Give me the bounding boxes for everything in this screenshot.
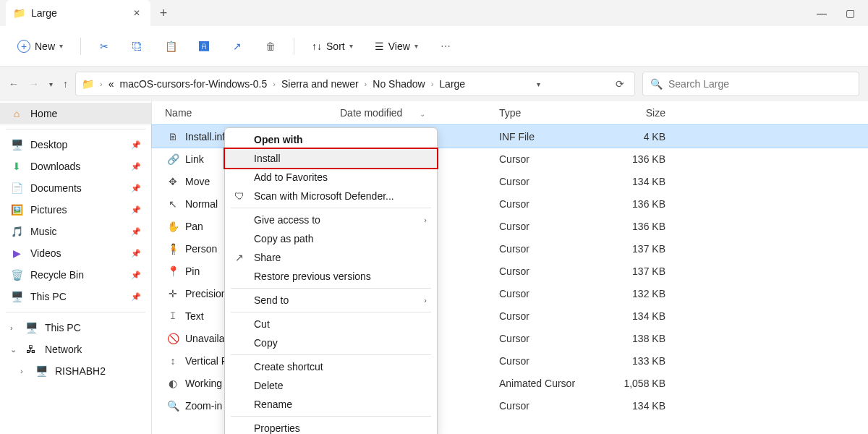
ctx-delete[interactable]: Delete (225, 376, 437, 395)
file-type: Cursor (499, 400, 615, 412)
new-button[interactable]: + New ▾ (10, 35, 70, 57)
ctx-defender-scan[interactable]: 🛡Scan with Microsoft Defender... (225, 187, 437, 205)
ctx-properties[interactable]: Properties (225, 419, 437, 434)
search-input[interactable]: 🔍 Search Large (642, 72, 859, 96)
copy-button[interactable]: ⿻ (124, 33, 150, 59)
delete-button[interactable]: 🗑 (258, 33, 284, 59)
network-icon: 🖧 (25, 344, 38, 355)
tree-thispc[interactable]: › 🖥️ This PC (0, 317, 151, 339)
folder-icon: 📁 (82, 78, 94, 90)
file-size: 4 KB (615, 131, 673, 142)
chevron-right-icon[interactable]: › (10, 323, 17, 332)
chevron-down-icon[interactable]: ⌄ (10, 345, 17, 354)
more-button[interactable]: ⋯ (433, 33, 459, 59)
up-button[interactable]: ↑ (63, 78, 68, 90)
toolbar: + New ▾ ✂ ⿻ 📋 🅰 ↗ 🗑 ↑↓ Sort ▾ ☰ View ▾ ⋯ (0, 26, 868, 67)
ctx-copy-path[interactable]: Copy as path (225, 229, 437, 248)
nav-quick-desktop[interactable]: 🖥️Desktop📌 (0, 134, 151, 156)
nav-quick-this-pc[interactable]: 🖥️This PC📌 (0, 286, 151, 307)
breadcrumb-overflow[interactable]: « (109, 78, 114, 90)
rename-button[interactable]: 🅰 (191, 33, 217, 59)
col-type[interactable]: Type (499, 107, 615, 119)
nav-home-label: Home (30, 108, 57, 119)
forward-button[interactable]: → (29, 78, 39, 90)
paste-button[interactable]: 📋 (158, 33, 184, 59)
home-icon: ⌂ (10, 108, 23, 119)
breadcrumb-part[interactable]: macOS-cursors-for-Windows-0.5 (119, 78, 267, 90)
chevron-down-icon: ▾ (349, 42, 353, 50)
nav-quick-videos[interactable]: ▶Videos📌 (0, 242, 151, 264)
ctx-rename[interactable]: Rename (225, 395, 437, 414)
ctx-install[interactable]: Install (225, 149, 437, 168)
ctx-give-access[interactable]: Give access to› (225, 210, 437, 229)
tab-title: Large (31, 7, 127, 19)
share-button[interactable]: ↗ (224, 33, 250, 59)
sort-label: Sort (326, 41, 345, 52)
breadcrumb[interactable]: 📁 › « macOS-cursors-for-Windows-0.5 › Si… (75, 72, 635, 96)
minimize-button[interactable]: — (817, 7, 827, 19)
separator (231, 312, 431, 312)
nav-quick-downloads[interactable]: ⬇Downloads📌 (0, 156, 151, 177)
pin-icon[interactable]: 📌 (131, 271, 141, 280)
nav-quick-pictures[interactable]: 🖼️Pictures📌 (0, 199, 151, 221)
col-name[interactable]: Name (152, 107, 340, 119)
pc-icon: 🖥️ (25, 322, 38, 333)
file-name: Precision (181, 288, 227, 299)
breadcrumb-part[interactable]: No Shadow (373, 78, 425, 90)
nav-home[interactable]: ⌂ Home (0, 103, 151, 124)
pin-icon[interactable]: 📌 (131, 292, 141, 302)
ctx-send-to[interactable]: Send to› (225, 291, 437, 310)
cut-button[interactable]: ✂ (91, 33, 117, 59)
nav-quick-documents[interactable]: 📄Documents📌 (0, 177, 151, 199)
file-icon: 🔗 (165, 153, 181, 165)
path-dropdown-icon[interactable]: ▾ (532, 80, 545, 88)
ctx-open-with[interactable]: Open with (225, 130, 437, 149)
ctx-cut[interactable]: Cut (225, 315, 437, 333)
chevron-right-icon: › (100, 80, 103, 88)
tree-host[interactable]: › 🖥️ RISHABH2 (0, 360, 151, 382)
tree-network-label: Network (45, 344, 82, 355)
nav-quick-recycle-bin[interactable]: 🗑️Recycle Bin📌 (0, 264, 151, 286)
ctx-create-shortcut[interactable]: Create shortcut (225, 357, 437, 376)
chevron-down-icon: ▾ (414, 42, 418, 50)
file-icon: 🗎 (165, 131, 181, 142)
close-tab-icon[interactable]: ✕ (133, 8, 140, 18)
col-size[interactable]: Size (615, 107, 673, 119)
file-type: Cursor (499, 265, 615, 277)
nav-item-label: Videos (30, 247, 61, 259)
ctx-add-favorites[interactable]: Add to Favorites (225, 168, 437, 187)
file-type: Cursor (499, 153, 615, 165)
separator (231, 208, 431, 208)
ctx-copy[interactable]: Copy (225, 333, 437, 352)
file-name: Pan (181, 221, 203, 232)
sort-button[interactable]: ↑↓ Sort ▾ (305, 36, 360, 56)
maximize-button[interactable]: ▢ (846, 7, 855, 19)
nav-quick-music[interactable]: 🎵Music📌 (0, 221, 151, 242)
pin-icon[interactable]: 📌 (131, 227, 141, 237)
file-size: 133 KB (615, 355, 673, 367)
file-name: Link (181, 153, 204, 165)
file-size: 134 KB (615, 176, 673, 187)
pin-icon[interactable]: 📌 (131, 249, 141, 258)
new-tab-button[interactable]: + (150, 6, 176, 21)
pin-icon[interactable]: 📌 (131, 162, 141, 171)
pin-icon[interactable]: 📌 (131, 184, 141, 193)
ctx-restore-versions[interactable]: Restore previous versions (225, 267, 437, 286)
view-label: View (388, 41, 410, 52)
history-dropdown[interactable]: ▾ (49, 80, 53, 88)
file-icon: ✥ (165, 176, 181, 187)
tab-current[interactable]: 📁 Large ✕ (6, 0, 150, 26)
back-button[interactable]: ← (9, 78, 19, 90)
tree-network[interactable]: ⌄ 🖧 Network (0, 339, 151, 360)
refresh-button[interactable]: ⟳ (611, 78, 629, 90)
view-button[interactable]: ☰ View ▾ (367, 36, 425, 56)
ctx-share[interactable]: ↗Share (225, 248, 437, 267)
file-icon: ✛ (165, 288, 181, 299)
col-date[interactable]: Date modified ⌄ (340, 107, 499, 119)
chevron-right-icon[interactable]: › (20, 367, 27, 375)
pin-icon[interactable]: 📌 (131, 205, 141, 215)
breadcrumb-part[interactable]: Sierra and newer (281, 78, 359, 90)
breadcrumb-part[interactable]: Large (439, 78, 465, 90)
file-size: 134 KB (615, 310, 673, 322)
pin-icon[interactable]: 📌 (131, 140, 141, 150)
